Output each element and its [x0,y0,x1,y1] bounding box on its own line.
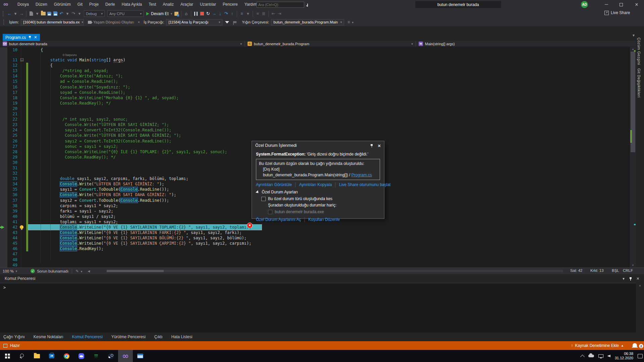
toolbar-overflow-icon[interactable]: ≡▾ [347,20,354,24]
breakpoint-margin[interactable] [0,176,7,181]
code-line-17[interactable]: 17 soyad = Console.ReadLine(); [0,90,630,95]
decrease-indent-icon[interactable]: ⇤ [271,11,276,17]
code-text[interactable]: Console.Write("lÜTFEN BİR SAYI DAHA GİRİ… [28,133,191,138]
show-all-windows-icon[interactable]: ⌂ [183,11,189,17]
outlining-margin[interactable] [19,68,26,73]
restart-icon[interactable]: ↻ [205,11,211,17]
menu-item-d-zen[interactable]: Düzen [32,0,51,9]
flagged-threads-icon[interactable] [234,21,236,23]
step-out-icon[interactable]: ↑ [229,11,235,17]
breakpoint-margin[interactable] [0,230,7,235]
onedrive-icon[interactable] [588,355,594,357]
panel-pin-icon[interactable] [629,277,632,281]
breadcrumb-class[interactable]: Cbutun_denemelr_burada.Program▾ [245,41,416,47]
code-text[interactable]: /*string ad, soyad; [28,68,118,73]
exception-settings-header[interactable]: Özel Durum Ayarları [262,190,298,194]
code-text[interactable]: Console.WriteLine("{0 VE {1} SAYILARININ… [28,230,252,235]
code-text[interactable]: Console.Write("lÜTFEN BİR SAYI GİRİNİZ; … [28,122,179,127]
code-text[interactable]: bölümü = sayı1 / sayı2; [28,214,126,219]
comment-icon[interactable]: ≡ [255,11,260,17]
spotify-icon[interactable] [89,350,103,362]
code-text[interactable] [28,160,41,165]
outlining-margin[interactable] [19,138,26,144]
menu-item-git[interactable]: Git [74,0,86,9]
code-text[interactable] [28,165,41,171]
code-text[interactable]: Console.WriteLine("{0} İLE {1} TOPLAMI: … [28,149,237,155]
notifications-button[interactable]: 2 [633,342,641,349]
live-share-button[interactable]: ↗ Live Share [604,10,630,15]
code-line-48[interactable]: 48 [0,257,630,262]
outlining-margin[interactable] [19,165,26,171]
code-text[interactable]: static void Main(string[] args) [28,57,136,63]
new-file-icon[interactable] [29,11,34,17]
breakpoint-margin[interactable] [0,187,7,192]
exception-action-link-1[interactable]: Ayrıntıları Kopyala [299,182,332,187]
panel-tab--kt-[interactable]: Çıktı [154,335,163,339]
command-window-header[interactable]: Komut Penceresi ▾ × [0,274,644,283]
glyph-margin[interactable] [0,53,7,57]
outlining-margin[interactable] [19,79,26,84]
settings-expander-icon[interactable] [256,190,260,194]
outlining-margin[interactable] [19,47,26,53]
outlining-margin[interactable] [19,181,26,187]
code-text[interactable] [28,257,41,262]
break-on-exception-checkbox[interactable] [261,197,266,201]
side-tab--z-m-gezgini[interactable]: Çözüm Gezgini [637,38,641,65]
search-input[interactable] [257,3,307,7]
code-line-13[interactable]: 13 /*string ad, soyad; [0,68,630,73]
code-line-18[interactable]: 18 Console.WriteLine("Merhaba {0} {1} ",… [0,95,630,101]
quick-search[interactable] [257,2,304,8]
callstack-file-link[interactable]: Program.cs [351,173,372,177]
breakpoint-margin[interactable] [0,68,7,73]
breakpoint-margin[interactable] [0,133,7,138]
code-text[interactable]: { [28,63,63,68]
stop-debugging-icon[interactable] [199,11,205,17]
breakpoint-margin[interactable] [0,251,7,257]
outlining-margin[interactable] [19,230,26,235]
outlining-margin[interactable] [19,117,26,122]
command-window-content[interactable]: > [0,283,636,333]
step-into-icon[interactable]: ↓ [217,11,223,17]
close-button[interactable]: × [629,0,644,9]
lightbulb-icon[interactable] [20,225,23,229]
code-line-23[interactable]: 23 Console.Write("lÜTFEN BİR SAYI GİRİNİ… [0,122,630,127]
breadcrumb-method[interactable]: MMain(string[] args)▾ [416,41,644,47]
outlining-margin[interactable] [19,203,26,208]
code-line-24[interactable]: 24 sayı1 = Convert.ToInt32(Console.ReadL… [0,127,630,133]
code-text[interactable]: sayı1 = Convert.ToDouble(Console.ReadLin… [28,187,179,192]
code-cleanup-status-icon[interactable]: ✎▾ [75,269,82,274]
code-line-47[interactable]: 47 [0,251,630,257]
outlining-margin[interactable] [19,225,26,230]
code-line-12[interactable]: 12 { [0,63,630,68]
breakpoint-margin[interactable] [0,235,7,241]
toolbar-grip[interactable] [3,11,5,16]
menu-item-ara-lar[interactable]: Araçlar [177,0,197,9]
outlining-margin[interactable] [19,90,26,95]
code-text[interactable]: sayı1 = Convert.ToInt32(Console.ReadLine… [28,127,181,133]
exception-action-link-2[interactable]: Live Share oturumunu başlat [339,182,390,187]
chrome-icon[interactable] [59,350,74,362]
save-icon[interactable] [47,11,52,17]
code-line-20[interactable]: 20 [0,106,630,111]
code-line-15[interactable]: 15 ad = Console.ReadLine(); [0,79,630,84]
terminal-icon[interactable] [133,350,148,362]
breakpoint-margin[interactable] [0,127,7,133]
outlining-margin[interactable] [19,257,26,262]
outlining-margin[interactable] [19,208,26,214]
taskbar-clock[interactable]: 06:38 31.12.2020 [615,352,633,360]
breakpoint-margin[interactable] [0,203,7,208]
tray-expand-icon[interactable] [581,354,584,358]
code-text[interactable] [28,171,41,176]
outlining-margin[interactable] [19,95,26,101]
menu-item-dosya[interactable]: Dosya [14,0,32,9]
code-line-46[interactable]: 46 Console.ReadKey(); [0,246,630,251]
breakpoint-margin[interactable] [0,171,7,176]
code-line-14[interactable]: 14 Console.Write("Adınız; "); [0,73,630,79]
breakpoint-margin[interactable] [0,144,7,149]
navigate-forward-icon[interactable]: → [19,11,24,17]
outlining-margin[interactable] [19,241,26,246]
code-text[interactable]: Console.Write("Soyadınız: "); [28,84,140,90]
editor-horizontal-scrollbar[interactable] [107,270,563,272]
breakpoint-margin[interactable] [0,84,7,90]
code-text[interactable]: Console.WriteLine("{0 VE {1} SAYILARININ… [28,225,262,230]
